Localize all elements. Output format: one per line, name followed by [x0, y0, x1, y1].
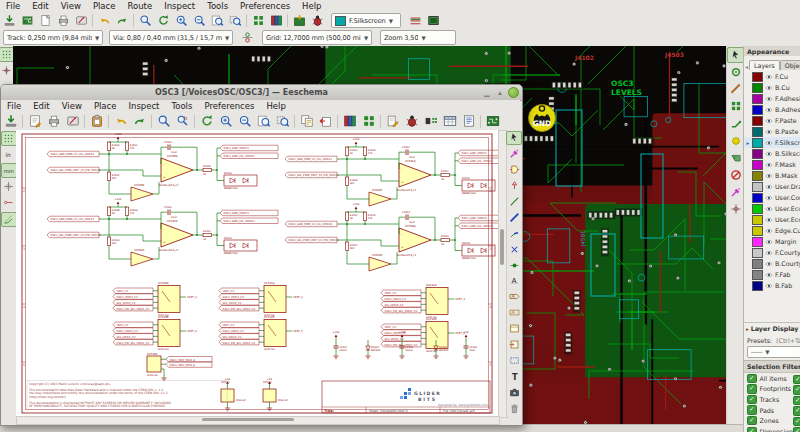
find-icon[interactable]: [136, 12, 154, 29]
visibility-eye-icon[interactable]: [765, 106, 773, 114]
visibility-eye-icon[interactable]: [765, 128, 773, 136]
visibility-eye-icon[interactable]: [765, 238, 773, 246]
layer-display-options-section[interactable]: ▸ Layer Display Op: [744, 322, 800, 334]
menu-preferences[interactable]: Preferences: [234, 0, 296, 12]
editsym-icon[interactable]: [383, 112, 402, 130]
junction-icon[interactable]: [506, 258, 522, 273]
tab-layers[interactable]: Layers: [749, 60, 780, 70]
zoomin-icon[interactable]: [172, 12, 190, 29]
route-icon[interactable]: [727, 115, 744, 131]
layer-color-swatch[interactable]: [752, 116, 763, 126]
board-icon[interactable]: [483, 112, 502, 130]
visibility-eye-icon[interactable]: [765, 172, 773, 180]
layer-color-swatch[interactable]: [752, 149, 763, 159]
checkbox-checked[interactable]: ✓: [747, 405, 757, 415]
selection-filter-header[interactable]: Selection Filter: [744, 360, 800, 373]
netlabel-icon[interactable]: A: [506, 274, 522, 289]
save-icon[interactable]: [0, 12, 18, 29]
boardsetup-icon[interactable]: [18, 12, 36, 29]
wire-icon[interactable]: [506, 194, 522, 209]
dot-icon[interactable]: [727, 133, 744, 149]
camera-icon[interactable]: [506, 385, 522, 400]
layer-row-user-eco2[interactable]: User.Eco2: [744, 214, 800, 225]
layer-color-swatch[interactable]: [752, 204, 763, 214]
layer-color-swatch[interactable]: [752, 138, 763, 148]
visibility-eye-icon[interactable]: [765, 95, 773, 103]
layer-color-swatch[interactable]: [752, 127, 763, 137]
menu-inspect[interactable]: Inspect: [122, 100, 165, 112]
freeangle-icon[interactable]: [1, 212, 17, 227]
visibility-eye-icon[interactable]: [765, 282, 773, 290]
zoomfit-icon[interactable]: [208, 12, 226, 29]
menu-tools[interactable]: Tools: [165, 100, 198, 112]
track-width-combo[interactable]: Track: 0,250 mm (9,84 mils) * ▼: [3, 30, 103, 45]
checkbox-checked[interactable]: ✓: [793, 417, 800, 427]
trash-icon[interactable]: [506, 401, 522, 416]
print-icon[interactable]: [44, 112, 63, 130]
menu-file[interactable]: File: [1, 100, 27, 112]
menu-preferences[interactable]: Preferences: [198, 100, 260, 112]
vertical-scrollbar-handle[interactable]: [500, 229, 504, 265]
menu-help[interactable]: Help: [260, 100, 291, 112]
layer-color-swatch[interactable]: [752, 160, 763, 170]
zoomout-icon[interactable]: [235, 112, 254, 130]
visibility-eye-icon[interactable]: [765, 216, 773, 224]
menu-edit[interactable]: Edit: [26, 0, 54, 12]
layer-color-swatch[interactable]: [752, 259, 763, 269]
redo-icon[interactable]: [113, 12, 131, 29]
visibility-eye-icon[interactable]: [765, 183, 773, 191]
layer-row-margin[interactable]: Margin: [744, 236, 800, 247]
menu-place[interactable]: Place: [88, 100, 123, 112]
globallabel-icon[interactable]: A: [506, 290, 522, 305]
layer-row-f-paste[interactable]: F.Paste: [744, 115, 800, 126]
pads-icon[interactable]: [249, 12, 267, 29]
books-icon[interactable]: [267, 12, 285, 29]
layer-color-swatch[interactable]: [752, 171, 763, 181]
layer-color-swatch[interactable]: [752, 270, 763, 280]
layer-row-f-adhesive[interactable]: F.Adhesive: [744, 93, 800, 104]
hierlabel-icon[interactable]: A: [506, 305, 522, 320]
pads-icon[interactable]: [727, 98, 744, 114]
hiddenpin-icon[interactable]: [1, 195, 17, 210]
books-icon[interactable]: [340, 112, 359, 130]
power-icon[interactable]: [506, 178, 522, 193]
checkbox-checked[interactable]: ✓: [747, 427, 757, 432]
texticon-icon[interactable]: T: [506, 369, 522, 384]
menu-view[interactable]: View: [56, 100, 88, 112]
highlight-icon[interactable]: [727, 184, 744, 200]
minimize-button[interactable]: ▁: [482, 88, 492, 98]
presets-combo[interactable]: ----- ▼: [747, 346, 800, 358]
ruler-icon[interactable]: [727, 81, 744, 97]
print-icon[interactable]: [54, 12, 72, 29]
menu-edit[interactable]: Edit: [27, 100, 55, 112]
assignfp-icon[interactable]: [421, 112, 440, 130]
checkbox-checked[interactable]: ✓: [793, 385, 800, 395]
visibility-eye-icon[interactable]: [765, 73, 773, 81]
updatepcb-icon[interactable]: [290, 12, 308, 29]
zoomsel-icon[interactable]: [273, 112, 292, 130]
undo-icon[interactable]: [111, 112, 130, 130]
maximize-button[interactable]: ▴: [495, 88, 505, 98]
layerpair-icon[interactable]: [406, 12, 424, 29]
checkbox-checked[interactable]: ✓: [747, 416, 757, 426]
layer-row-f-cu[interactable]: F.Cu: [744, 71, 800, 82]
grid-combo[interactable]: Grid: 12,7000 mm (500,00 mils) ▼: [262, 30, 372, 45]
layer-row-user-comments[interactable]: User.Comments: [744, 192, 800, 203]
hiernav-icon[interactable]: [297, 112, 316, 130]
via-icon[interactable]: [727, 64, 744, 80]
graphicbox-icon[interactable]: [506, 353, 522, 368]
layer-color-swatch[interactable]: [752, 281, 763, 291]
visibility-eye-icon[interactable]: [765, 194, 773, 202]
visibility-eye-icon[interactable]: [765, 139, 773, 147]
layer-color-swatch[interactable]: [752, 83, 763, 93]
checkbox-checked[interactable]: ✓: [793, 375, 800, 385]
layer-row-b-cu[interactable]: B.Cu: [744, 82, 800, 93]
visibility-eye-icon[interactable]: [765, 161, 773, 169]
unitsmm-icon[interactable]: mm: [1, 163, 17, 178]
layer-color-swatch[interactable]: [752, 105, 763, 115]
unitsin-icon[interactable]: in: [1, 147, 17, 162]
horizontal-scrollbar-handle[interactable]: [202, 418, 294, 421]
grid-icon[interactable]: [1, 131, 17, 146]
visibility-eye-icon[interactable]: [765, 271, 773, 279]
leavesheet-icon[interactable]: [316, 112, 335, 130]
